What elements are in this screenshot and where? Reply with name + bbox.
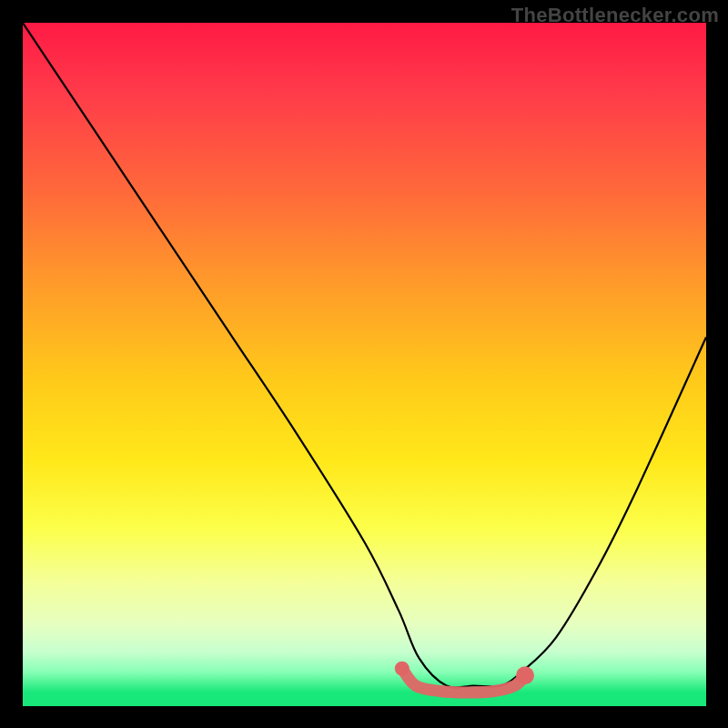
chart-svg xyxy=(23,23,706,706)
optimal-range-highlight xyxy=(395,662,534,693)
plot-area xyxy=(23,23,706,706)
highlight-endpoint xyxy=(516,666,534,684)
highlight-endpoint xyxy=(395,662,410,676)
attribution-text: TheBottlenecker.com xyxy=(511,4,719,27)
bottleneck-curve xyxy=(23,23,706,688)
